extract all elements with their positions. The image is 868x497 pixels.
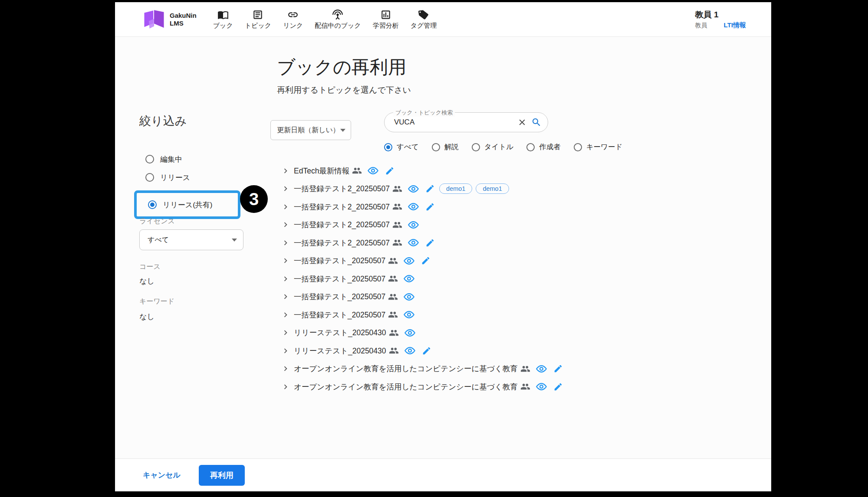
link-icon — [287, 9, 299, 20]
gakunin-lms-logo[interactable]: GakuNin LMS — [143, 10, 197, 29]
nav-label: 配信中のブック — [315, 22, 361, 30]
expand-chevron-icon[interactable] — [281, 238, 290, 248]
book-title[interactable]: リリーステスト_20250430 — [294, 327, 386, 338]
book-title[interactable]: 一括登録テスト_20250507 — [294, 255, 385, 266]
scope-radio[interactable] — [432, 143, 440, 151]
search-button[interactable] — [531, 117, 542, 128]
radio-release-shared[interactable] — [148, 200, 157, 209]
radio-editing[interactable] — [145, 155, 154, 163]
preview-eye-icon[interactable] — [536, 381, 547, 392]
nav-item-links[interactable]: リンク — [283, 9, 303, 30]
lti-info-link[interactable]: LTI情報 — [724, 21, 746, 29]
shared-users-icon — [388, 292, 398, 302]
preview-eye-icon[interactable] — [403, 309, 415, 320]
search-scope-option[interactable]: タイトル — [472, 142, 514, 152]
clear-search-button[interactable] — [517, 118, 527, 127]
scope-radio[interactable] — [384, 143, 392, 151]
nav-item-tag-management[interactable]: タグ管理 — [411, 9, 437, 30]
shared-users-icon — [389, 328, 399, 338]
preview-eye-icon[interactable] — [404, 327, 416, 339]
expand-chevron-icon[interactable] — [281, 328, 290, 337]
keyword-value: なし — [139, 312, 155, 322]
top-navigation-bar: GakuNin LMS ブック トピック リンク — [115, 2, 771, 37]
status-option-release-shared[interactable]: リリース(共有) — [134, 190, 240, 219]
book-title[interactable]: オープンオンライン教育を活用したコンピテンシーに基づく教育 — [294, 363, 518, 374]
preview-eye-icon[interactable] — [408, 201, 419, 213]
search-scope-radio-group: すべて 解説 タイトル 作成者 — [384, 141, 622, 153]
scope-radio[interactable] — [526, 143, 535, 151]
expand-chevron-icon[interactable] — [281, 274, 290, 284]
page-subtitle: 再利用するトピックを選んで下さい — [277, 85, 411, 96]
book-title[interactable]: 一括登録テスト_20250507 — [294, 291, 385, 302]
expand-chevron-icon[interactable] — [281, 184, 290, 193]
book-title[interactable]: 一括登録テスト_20250507 — [294, 274, 385, 284]
preview-eye-icon[interactable] — [408, 219, 419, 231]
radio-release[interactable] — [145, 173, 154, 182]
preview-eye-icon[interactable] — [536, 363, 547, 375]
preview-eye-icon[interactable] — [408, 237, 419, 248]
radio-label: 編集中 — [160, 154, 182, 164]
expand-chevron-icon[interactable] — [281, 364, 290, 373]
page-title: ブックの再利用 — [277, 55, 406, 79]
nav-item-published-books[interactable]: 配信中のブック — [315, 9, 361, 30]
book-title[interactable]: EdTech最新情報 — [294, 166, 349, 176]
preview-eye-icon[interactable] — [408, 183, 419, 195]
license-select[interactable]: すべて — [139, 229, 243, 250]
preview-eye-icon[interactable] — [403, 255, 415, 267]
book-title[interactable]: 一括登録テスト_20250507 — [294, 310, 385, 320]
nav-label: タグ管理 — [411, 22, 437, 30]
edit-pencil-icon[interactable] — [425, 202, 435, 212]
edit-pencil-icon[interactable] — [425, 184, 435, 193]
preview-eye-icon[interactable] — [367, 165, 379, 177]
preview-eye-icon[interactable] — [403, 291, 415, 303]
nav-item-learning-analytics[interactable]: 学習分析 — [373, 9, 399, 30]
book-row: 一括登録テスト2_20250507 — [281, 216, 563, 234]
book-title[interactable]: リリーステスト_20250430 — [294, 346, 386, 356]
edit-pencil-icon[interactable] — [385, 166, 395, 176]
edit-pencil-icon[interactable] — [553, 382, 563, 392]
search-scope-option[interactable]: キーワード — [574, 142, 623, 152]
book-row: 一括登録テスト_20250507 — [281, 252, 563, 270]
chevron-down-icon — [232, 239, 237, 242]
nav-label: 学習分析 — [373, 22, 399, 30]
search-field-value: VUCA — [394, 118, 517, 127]
search-scope-option[interactable]: すべて — [384, 142, 419, 152]
edit-pencil-icon[interactable] — [422, 346, 431, 356]
status-option-editing[interactable]: 編集中 — [145, 154, 256, 164]
expand-chevron-icon[interactable] — [281, 166, 290, 176]
expand-chevron-icon[interactable] — [281, 220, 290, 229]
book-title[interactable]: オープンオンライン教育を活用したコンピテンシーに基づく教育 — [294, 382, 518, 392]
sort-order-select[interactable]: 更新日順（新しい） — [270, 120, 351, 140]
scope-radio[interactable] — [472, 143, 480, 151]
edit-pencil-icon[interactable] — [421, 256, 431, 265]
book-title[interactable]: 一括登録テスト2_20250507 — [294, 183, 390, 194]
status-option-release[interactable]: リリース — [145, 172, 256, 183]
cancel-button[interactable]: キャンセル — [143, 470, 181, 480]
expand-chevron-icon[interactable] — [281, 310, 290, 320]
search-scope-option[interactable]: 解説 — [432, 142, 459, 152]
preview-eye-icon[interactable] — [403, 273, 415, 284]
book-title[interactable]: 一括登録テスト2_20250507 — [294, 238, 390, 248]
expand-chevron-icon[interactable] — [281, 292, 290, 301]
search-scope-option[interactable]: 作成者 — [526, 142, 561, 152]
scope-radio[interactable] — [574, 143, 582, 151]
expand-chevron-icon[interactable] — [281, 256, 290, 265]
expand-chevron-icon[interactable] — [281, 346, 290, 356]
expand-chevron-icon[interactable] — [281, 202, 290, 212]
user-info: 教員 1 教員 LTI情報 — [695, 9, 746, 29]
shared-users-icon — [392, 202, 402, 212]
book-title[interactable]: 一括登録テスト2_20250507 — [294, 202, 390, 212]
shared-users-icon — [392, 220, 402, 230]
sort-selected-value: 更新日順（新しい） — [277, 126, 340, 135]
book-title[interactable]: 一括登録テスト2_20250507 — [294, 219, 390, 230]
preview-eye-icon[interactable] — [404, 345, 416, 356]
shared-users-icon — [392, 184, 402, 194]
expand-chevron-icon[interactable] — [281, 382, 290, 392]
edit-pencil-icon[interactable] — [425, 238, 435, 248]
nav-item-books[interactable]: ブック — [213, 9, 233, 30]
reuse-submit-button[interactable]: 再利用 — [199, 465, 245, 486]
edit-pencil-icon[interactable] — [553, 364, 563, 373]
nav-item-topics[interactable]: トピック — [245, 9, 271, 30]
search-input[interactable]: ブック・トピック検索 VUCA — [384, 112, 548, 132]
scope-radio-label: 作成者 — [539, 142, 561, 152]
